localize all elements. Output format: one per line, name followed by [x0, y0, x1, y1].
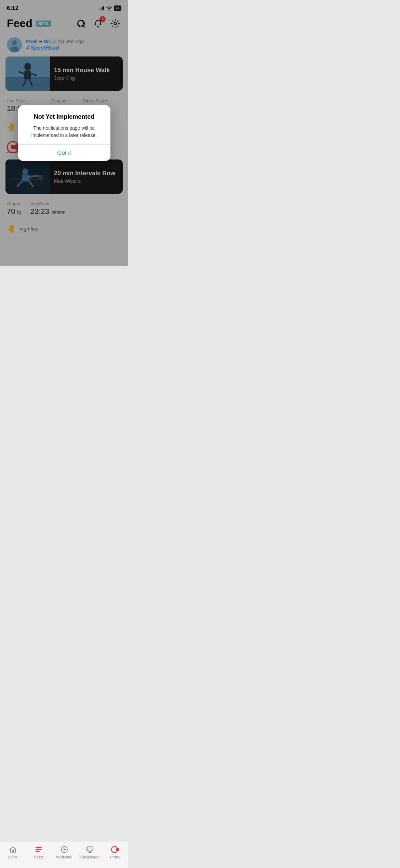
- modal-title: Not Yet Implemented: [25, 113, 104, 120]
- modal-got-it-button[interactable]: Got it: [18, 145, 110, 161]
- modal-message: The notifications page will be implement…: [25, 125, 104, 139]
- modal-overlay: Not Yet Implemented The notifications pa…: [0, 0, 128, 266]
- alert-modal: Not Yet Implemented The notifications pa…: [18, 105, 110, 161]
- modal-body: Not Yet Implemented The notifications pa…: [18, 105, 110, 144]
